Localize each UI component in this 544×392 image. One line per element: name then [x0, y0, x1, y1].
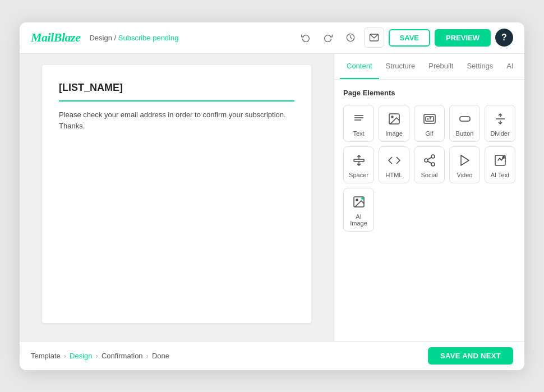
html-icon	[386, 153, 402, 168]
divider-icon	[492, 111, 508, 127]
footer-step-confirmation: Confirmation	[102, 352, 143, 360]
svg-marker-24	[461, 155, 469, 165]
logo-accent: Blaze	[54, 30, 81, 44]
svg-text:AI: AI	[502, 156, 504, 158]
save-and-next-button[interactable]: SAVE AND NEXT	[428, 347, 513, 365]
svg-rect-18	[354, 159, 364, 162]
footer-step-done: Done	[152, 352, 169, 360]
element-divider-label: Divider	[490, 130, 509, 137]
element-html-label: HTML	[386, 172, 403, 178]
text-icon	[351, 111, 367, 127]
canvas-area: [LIST_NAME] Please check your email addr…	[20, 54, 334, 341]
image-icon	[386, 111, 402, 127]
help-button[interactable]: ?	[495, 29, 513, 47]
svg-point-19	[431, 155, 435, 158]
element-text-label: Text	[353, 130, 364, 137]
video-icon	[457, 153, 473, 168]
footer: Template › Design › Confirmation › Done …	[20, 341, 524, 370]
header-left: MailBlaze Design / Subscribe pending	[31, 30, 178, 45]
redo-button[interactable]	[319, 29, 337, 47]
chevron-icon-3: ›	[146, 352, 149, 360]
element-ai-image-label: AI Image	[347, 213, 370, 227]
element-image[interactable]: Image	[379, 105, 409, 142]
chevron-icon-2: ›	[96, 352, 98, 360]
app-window: MailBlaze Design / Subscribe pending	[20, 22, 524, 370]
element-html[interactable]: HTML	[379, 146, 409, 183]
element-video[interactable]: Video	[449, 146, 480, 183]
svg-point-6	[391, 116, 393, 118]
svg-point-30	[361, 197, 363, 200]
tab-prebuilt[interactable]: Prebuilt	[422, 54, 460, 79]
footer-breadcrumb: Template › Design › Confirmation › Done	[31, 352, 169, 360]
email-body-line2: Thanks.	[59, 122, 85, 130]
spacer-icon	[351, 153, 367, 168]
element-divider[interactable]: Divider	[485, 105, 515, 142]
svg-point-21	[431, 163, 435, 166]
header-right: SAVE PREVIEW ?	[297, 27, 513, 48]
element-button[interactable]: Button	[449, 105, 480, 142]
logo: MailBlaze	[31, 30, 80, 45]
tab-settings[interactable]: Settings	[460, 54, 500, 79]
tab-structure[interactable]: Structure	[379, 54, 422, 79]
panel-body: Page Elements Text Image	[334, 80, 524, 341]
svg-point-20	[425, 159, 428, 162]
email-preview-button[interactable]	[364, 27, 384, 48]
element-ai-image[interactable]: AI Image	[343, 188, 374, 232]
gif-icon	[422, 111, 437, 127]
element-video-label: Video	[457, 172, 473, 178]
element-gif-label: Gif	[425, 130, 433, 137]
social-icon	[422, 153, 437, 168]
footer-step-design: Design	[70, 352, 92, 360]
main-content: [LIST_NAME] Please check your email addr…	[20, 54, 524, 341]
element-button-label: Button	[456, 130, 474, 137]
tab-ai[interactable]: AI	[500, 54, 520, 79]
right-panel: Content Structure Prebuilt Settings AI P…	[334, 54, 524, 341]
svg-rect-12	[460, 117, 470, 121]
preview-button[interactable]: PREVIEW	[435, 29, 491, 47]
svg-point-29	[356, 199, 358, 201]
ai-text-icon: AI	[492, 153, 508, 168]
ai-image-icon	[351, 194, 367, 210]
svg-line-22	[427, 161, 431, 163]
breadcrumb-separator: /	[114, 34, 118, 42]
tab-content[interactable]: Content	[340, 54, 379, 79]
footer-step-template: Template	[31, 352, 61, 360]
panel-section-title: Page Elements	[343, 89, 515, 97]
element-spacer-label: Spacer	[349, 172, 368, 178]
element-social-label: Social	[421, 172, 438, 178]
header: MailBlaze Design / Subscribe pending	[20, 22, 524, 54]
save-button[interactable]: SAVE	[389, 29, 430, 47]
breadcrumb-design: Design	[89, 34, 112, 42]
elements-grid: Text Image Gif	[343, 105, 515, 232]
undo-button[interactable]	[297, 29, 315, 47]
email-divider	[59, 100, 294, 102]
panel-tabs: Content Structure Prebuilt Settings AI	[334, 54, 524, 80]
chevron-icon-1: ›	[64, 352, 66, 360]
button-icon	[457, 111, 473, 127]
element-gif[interactable]: Gif	[414, 105, 445, 142]
element-social[interactable]: Social	[414, 146, 445, 183]
element-ai-text[interactable]: AI AI Text	[485, 146, 515, 183]
email-list-name: [LIST_NAME]	[59, 82, 294, 94]
history-button[interactable]	[342, 29, 359, 47]
breadcrumb-current: Subscribe pending	[118, 34, 179, 42]
email-canvas: [LIST_NAME] Please check your email addr…	[42, 65, 311, 323]
email-body-line1: Please check your email address in order…	[59, 110, 286, 119]
element-text[interactable]: Text	[343, 105, 374, 142]
element-spacer[interactable]: Spacer	[343, 146, 374, 183]
email-body-text: Please check your email address in order…	[59, 109, 294, 133]
element-ai-text-label: AI Text	[491, 172, 509, 178]
logo-text: Mail	[31, 30, 54, 44]
breadcrumb: Design / Subscribe pending	[89, 34, 178, 42]
element-image-label: Image	[385, 130, 403, 137]
svg-line-23	[427, 157, 431, 159]
